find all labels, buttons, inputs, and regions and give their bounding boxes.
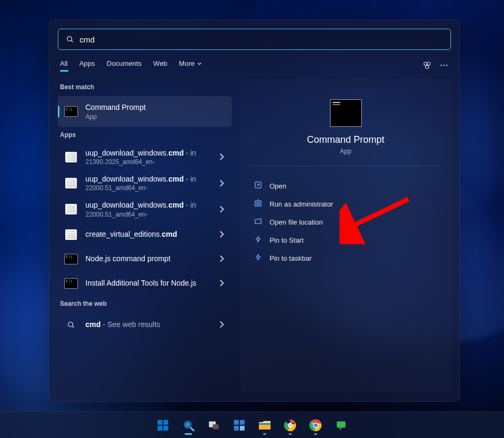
taskbar-widgets[interactable] [229,415,250,436]
svg-point-0 [67,37,72,41]
chromium-icon [284,419,297,432]
preview-title: Command Prompt [240,134,451,145]
action-icon [254,217,262,227]
svg-rect-24 [234,426,239,431]
svg-rect-27 [259,423,271,425]
tab-all[interactable]: All [60,59,67,71]
search-icon [182,419,195,432]
svg-rect-17 [163,426,168,431]
result-title: create_virtual_editions.cmd [85,229,218,239]
chevron-down-icon [197,61,202,66]
svg-rect-25 [240,426,245,431]
action-icon [254,235,262,245]
tab-more[interactable]: More [179,59,202,71]
windows-icon [157,419,169,432]
tab-apps[interactable]: Apps [79,59,95,71]
action-icon [254,181,262,191]
result-title: uup_download_windows.cmd - in [85,200,218,210]
result-subtitle: App [85,113,225,121]
app-result[interactable]: uup_download_windows.cmd - in 22000.51_a… [58,170,232,196]
app-result[interactable]: create_virtual_editions.cmd [58,222,232,247]
tab-documents[interactable]: Documents [107,59,142,71]
action-label: Open [270,182,286,190]
chevron-right-icon [218,277,225,289]
action-label: Run as administrator [270,200,333,208]
rewards-icon[interactable] [422,61,432,70]
action-label: Pin to taskbar [270,254,312,262]
cmd-app-icon [64,278,78,289]
taskbar-search[interactable] [178,415,199,436]
results-list: Best match Command Prompt App Apps uup_d… [58,79,232,392]
widgets-icon [233,419,246,432]
svg-rect-21 [213,424,219,429]
search-icon [66,35,74,44]
section-search-web: Search the web [58,296,232,313]
action-open-file-location[interactable]: Open file location [240,213,451,231]
taskview-icon [208,419,220,431]
document-icon [65,229,77,240]
search-icon [67,321,75,329]
svg-rect-11 [257,203,259,205]
result-title: Node.js command prompt [85,254,218,263]
search-input[interactable] [80,35,443,44]
taskbar-start[interactable] [152,415,173,436]
start-search-panel: All Apps Documents Web More Best match C… [49,20,460,402]
result-title: uup_download_windows.cmd - in [85,148,218,158]
app-result[interactable]: uup_download_windows.cmd - in 22000.51_a… [58,196,232,222]
taskbar-explorer[interactable] [254,415,275,436]
app-result[interactable]: uup_download_windows.cmd - in 21390.2025… [58,144,232,170]
result-title: Install Additional Tools for Node.js [85,278,218,288]
result-subtitle: 21390.2025_amd64_en- [85,158,218,166]
result-subtitle: 22000.51_amd64_en- [85,211,218,218]
svg-line-19 [191,428,194,431]
chevron-right-icon [218,203,225,215]
taskbar-app-chrome[interactable] [305,415,326,436]
svg-point-6 [444,64,445,65]
preview-pane: Command Prompt App OpenRun as administra… [240,79,451,392]
section-best-match: Best match [58,79,232,96]
svg-point-8 [68,322,73,327]
tab-web[interactable]: Web [153,59,168,71]
chevron-right-icon [218,151,225,162]
svg-point-4 [425,65,429,68]
document-icon [65,204,77,214]
action-label: Pin to Start [270,236,303,244]
app-result[interactable]: Node.js command prompt [58,247,232,271]
taskbar-app-chromium[interactable] [280,415,301,436]
taskbar-taskview[interactable] [203,415,224,436]
svg-point-7 [446,64,447,65]
result-title: cmd - See web results [85,320,218,329]
document-icon [65,152,77,162]
taskbar-chat[interactable] [331,415,352,436]
svg-point-5 [441,64,442,65]
best-match-result[interactable]: Command Prompt App [58,96,232,127]
svg-rect-22 [234,420,239,425]
action-icon [254,199,262,209]
cmd-app-icon [64,254,78,264]
svg-point-3 [427,62,430,65]
preview-subtitle: App [240,148,451,155]
more-icon[interactable] [439,61,449,70]
svg-line-1 [71,40,73,42]
result-title: uup_download_windows.cmd - in [85,174,218,184]
divider [250,166,441,166]
action-pin-to-taskbar[interactable]: Pin to taskbar [240,249,451,267]
cmd-app-icon [64,106,78,117]
action-open[interactable]: Open [240,177,451,195]
app-result[interactable]: Install Additional Tools for Node.js [58,271,232,296]
chevron-right-icon [218,319,225,330]
web-result[interactable]: cmd - See web results [58,313,232,337]
svg-rect-23 [240,420,245,425]
svg-point-2 [424,62,427,65]
chrome-icon [309,419,322,432]
svg-point-31 [289,423,292,426]
search-box[interactable] [58,29,451,50]
filter-tabs: All Apps Documents Web More [58,59,451,71]
result-subtitle: 22000.51_amd64_en- [85,184,218,192]
result-title: Command Prompt [85,102,225,112]
document-icon [65,178,77,188]
action-run-as-administrator[interactable]: Run as administrator [240,195,451,213]
cmd-app-icon-large [330,99,362,127]
action-pin-to-start[interactable]: Pin to Start [240,231,451,249]
chevron-right-icon [218,177,225,189]
